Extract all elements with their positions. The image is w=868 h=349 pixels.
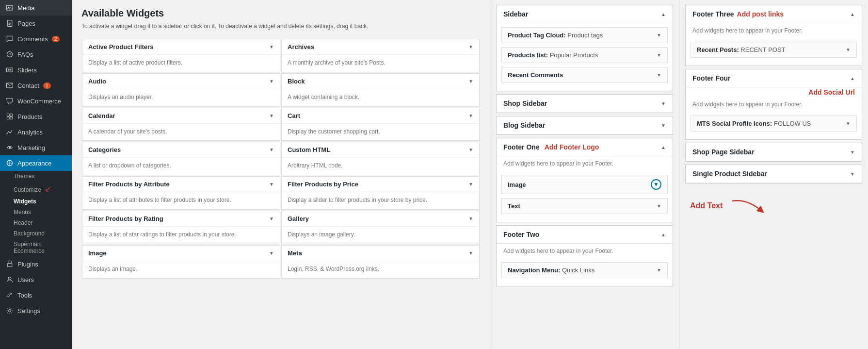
panel-shop-sidebar-header[interactable]: Shop Sidebar ▼: [497, 95, 673, 113]
widget-circle-button[interactable]: ▼: [651, 179, 661, 190]
panel-widget-image[interactable]: Image ▼: [501, 175, 668, 194]
sidebar-label-analytics: Analytics: [17, 129, 43, 136]
chevron-up-icon: ▲: [661, 232, 666, 237]
panel-footer-four-header[interactable]: Footer Four ▲: [686, 69, 862, 87]
chevron-icon: ▼: [468, 113, 473, 118]
sidebar-item-appearance[interactable]: Appearance: [0, 155, 72, 171]
panel-widget-text[interactable]: Text ▼: [501, 198, 668, 214]
sidebar-item-settings[interactable]: Settings: [0, 303, 72, 318]
panel-sidebar-header[interactable]: Sidebar ▲: [497, 5, 673, 23]
add-text-annotation-area: Add Text: [685, 186, 862, 220]
widget-grid: Active Product Filters ▼ Display a list …: [81, 38, 480, 279]
footer-panels-column: Footer Three Add post links ▲ Add widget…: [679, 0, 868, 349]
panel-widget-nav-menu[interactable]: Navigation Menu: Quick Links ▼: [501, 262, 668, 278]
sidebar-sub-customize[interactable]: Customize ↙: [0, 182, 72, 196]
panel-single-product-sidebar: Single Product Sidebar ▼: [685, 165, 862, 183]
sidebar-label-tools: Tools: [17, 292, 32, 299]
add-text-arrow-icon: [727, 196, 766, 216]
panel-widget-product-tag-cloud[interactable]: Product Tag Cloud: Product tags ▼: [501, 27, 668, 43]
chevron-down-icon: ▼: [657, 203, 661, 209]
sidebar-label-products: Products: [17, 113, 42, 120]
chevron-up-icon: ▲: [850, 12, 855, 17]
widget-image[interactable]: Image ▼ Displays an image.: [82, 245, 280, 279]
panel-shop-page-sidebar-header[interactable]: Shop Page Sidebar ▼: [686, 143, 862, 161]
panel-footer-three-header[interactable]: Footer Three Add post links ▲: [686, 5, 862, 23]
sidebar-item-media[interactable]: Media: [0, 0, 72, 16]
panel-widget-mts-social[interactable]: MTS Social Profile Icons: FOLLOW US ▼: [691, 116, 857, 132]
widget-filter-by-price[interactable]: Filter Products by Price ▼ Display a sli…: [281, 176, 480, 210]
sidebar-item-analytics[interactable]: Analytics: [0, 124, 72, 140]
widget-block[interactable]: Block ▼ A widget containing a block.: [281, 73, 480, 107]
sidebar-item-products[interactable]: Products: [0, 109, 72, 124]
sidebar-item-woocommerce[interactable]: WooCommerce: [0, 93, 72, 109]
chevron-icon: ▼: [468, 79, 473, 84]
sidebar-label-contact: Contact: [17, 82, 39, 89]
panel-shop-page-sidebar-title: Shop Page Sidebar: [692, 148, 755, 156]
sidebar-item-marketing[interactable]: Marketing: [0, 140, 72, 155]
panel-footer-three: Footer Three Add post links ▲ Add widget…: [685, 5, 862, 66]
panel-single-product-sidebar-header[interactable]: Single Product Sidebar ▼: [686, 165, 862, 183]
sidebar-item-plugins[interactable]: Plugins: [0, 256, 72, 272]
sidebar-item-users[interactable]: Users: [0, 272, 72, 287]
chevron-down-icon: ▼: [657, 33, 661, 38]
footer-three-desc: Add widgets here to appear in your Foote…: [686, 23, 862, 38]
sidebar-label-media: Media: [17, 4, 34, 12]
panel-footer-two-header[interactable]: Footer Two ▲: [497, 226, 673, 244]
chevron-up-icon: ▲: [850, 76, 855, 81]
widget-audio[interactable]: Audio ▼ Displays an audio player.: [82, 73, 280, 107]
widget-meta[interactable]: Meta ▼ Login, RSS, & WordPress.org links…: [281, 245, 480, 279]
sidebar-item-contact[interactable]: Contact 1: [0, 78, 72, 93]
chevron-down-icon: ▼: [657, 72, 661, 78]
panel-blog-sidebar-header[interactable]: Blog Sidebar ▼: [497, 116, 673, 134]
widget-cart[interactable]: Cart ▼ Display the customer shopping car…: [281, 108, 480, 141]
available-widgets-panel: Available Widgets To activate a widget d…: [72, 0, 490, 349]
widget-archives[interactable]: Archives ▼ A monthly archive of your sit…: [281, 39, 480, 72]
svg-point-24: [9, 310, 11, 312]
comments-badge: 2: [52, 36, 60, 42]
panel-footer-four: Footer Four ▲ Add Social Url Add widgets…: [685, 69, 862, 140]
sidebar-panels-column: Sidebar ▲ Product Tag Cloud: Product tag…: [490, 0, 679, 349]
chevron-up-icon: ▲: [661, 12, 666, 17]
chevron-down-icon: ▼: [850, 171, 855, 177]
sidebar-sub-supermart[interactable]: Supermart Ecommerce: [0, 239, 72, 256]
panel-widget-recent-posts[interactable]: Recent Posts: RECENT POST ▼: [691, 42, 857, 58]
svg-rect-18: [10, 117, 13, 119]
sidebar-sub-menus[interactable]: Menus: [0, 207, 72, 217]
widget-calendar[interactable]: Calendar ▼ A calendar of your site's pos…: [82, 108, 280, 141]
panel-widget-products-list[interactable]: Products list: Popular Products ▼: [501, 47, 668, 63]
widget-filter-by-rating[interactable]: Filter Products by Rating ▼ Display a li…: [82, 211, 280, 244]
widget-custom-html[interactable]: Custom HTML ▼ Arbitrary HTML code.: [281, 142, 480, 175]
panel-footer-two: Footer Two ▲ Add widgets here to appear …: [496, 225, 673, 286]
annotation-add-post-links: Add post links: [737, 10, 784, 18]
annotation-add-social-url: Add Social Url: [808, 88, 855, 96]
sidebar-item-faqs[interactable]: ? FAQs: [0, 47, 72, 62]
svg-rect-21: [8, 261, 11, 264]
sidebar-item-pages[interactable]: Pages: [0, 16, 72, 31]
sidebar-sub-widgets[interactable]: Widgets: [0, 196, 72, 207]
sidebar-item-tools[interactable]: Tools: [0, 287, 72, 303]
widget-filter-by-attribute[interactable]: Filter Products by Attribute ▼ Display a…: [82, 176, 280, 210]
widget-gallery[interactable]: Gallery ▼ Displays an image gallery.: [281, 211, 480, 244]
svg-marker-11: [11, 69, 12, 71]
main-content: Available Widgets To activate a widget d…: [72, 0, 868, 349]
panel-blog-sidebar: Blog Sidebar ▼: [496, 116, 673, 135]
panel-footer-one-header[interactable]: Footer One Add Footer Logo ▲: [497, 138, 673, 156]
sidebar-item-comments[interactable]: Comments 2: [0, 31, 72, 47]
footer-four-desc: Add widgets here to appear in your Foote…: [686, 97, 862, 112]
panel-widget-recent-comments[interactable]: Recent Comments ▼: [501, 67, 668, 83]
panel-footer-three-title: Footer Three: [692, 10, 734, 18]
chevron-icon: ▼: [269, 216, 274, 221]
sidebar-sub-header[interactable]: Header: [0, 217, 72, 228]
sidebar-item-sliders[interactable]: Sliders: [0, 62, 72, 78]
widget-categories[interactable]: Categories ▼ A list or dropdown of categ…: [82, 142, 280, 175]
chevron-icon: ▼: [468, 182, 473, 187]
available-widgets-desc: To activate a widget drag it to a sideba…: [81, 22, 480, 31]
chevron-down-icon: ▼: [850, 150, 855, 155]
sidebar-sub-themes[interactable]: Themes: [0, 171, 72, 182]
sidebar-sub-background[interactable]: Background: [0, 228, 72, 239]
sidebar-label-marketing: Marketing: [17, 144, 45, 151]
widget-active-product-filters[interactable]: Active Product Filters ▼ Display a list …: [82, 39, 280, 72]
sidebar-label-settings: Settings: [17, 307, 40, 315]
sidebar-label-faqs: FAQs: [17, 51, 33, 58]
svg-point-19: [9, 147, 11, 149]
